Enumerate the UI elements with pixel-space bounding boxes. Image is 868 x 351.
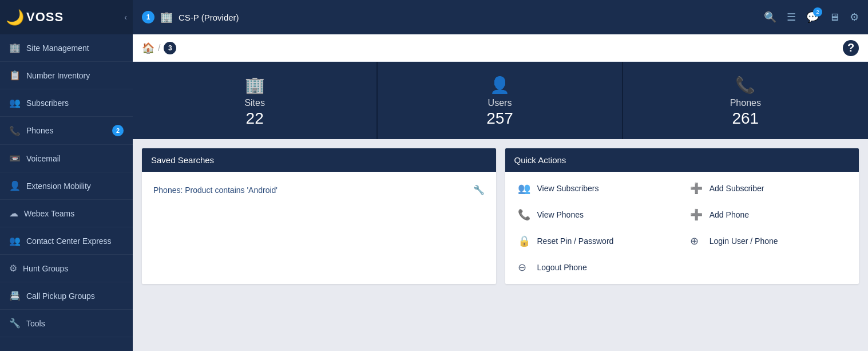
users-stat-icon: 👤 <box>490 76 510 94</box>
sidebar-item-contact-center-express[interactable]: 👥 Contact Center Express <box>0 227 133 255</box>
qa-add-subscriber[interactable]: ➕ Add Subscriber <box>687 176 850 200</box>
webex-teams-icon: ☁ <box>9 208 18 219</box>
login-user-phone-label: Login User / Phone <box>710 236 778 246</box>
sidebar-item-webex-teams[interactable]: ☁ Webex Teams <box>0 200 133 227</box>
logout-phone-label: Logout Phone <box>537 263 587 272</box>
qa-logout-phone[interactable]: ⊖ Logout Phone <box>514 255 677 279</box>
view-phones-label: View Phones <box>537 210 584 219</box>
add-subscriber-icon: ➕ <box>690 182 703 195</box>
subscribers-icon: 👥 <box>9 97 21 108</box>
contact-center-express-icon: 👥 <box>9 235 21 246</box>
phones-stat-label: Phones <box>730 98 761 108</box>
quick-actions-grid: 👥 View Subscribers ➕ Add Subscriber 📞 Vi… <box>505 172 859 284</box>
site-management-icon: 🏢 <box>9 42 21 53</box>
users-stat-label: Users <box>488 98 512 108</box>
hunt-groups-icon: ⚙ <box>9 263 17 274</box>
sidebar-item-voicemail[interactable]: 📼 Voicemail <box>0 145 133 172</box>
reset-pin-icon: 🔒 <box>518 235 530 247</box>
add-subscriber-label: Add Subscriber <box>710 184 764 193</box>
sidebar-label-voicemail: Voicemail <box>26 154 61 163</box>
topbar-step-badge: 1 <box>142 11 154 23</box>
stat-card-phones[interactable]: 📞 Phones 261 <box>623 62 868 139</box>
sidebar-label-tools: Tools <box>26 319 45 328</box>
qa-view-phones[interactable]: 📞 View Phones <box>514 203 677 227</box>
collapse-button[interactable]: ‹ <box>124 13 127 22</box>
sidebar-item-tools[interactable]: 🔧 Tools <box>0 310 133 337</box>
monitor-icon[interactable]: 🖥 <box>829 11 839 23</box>
phones-icon: 📞 <box>9 125 21 136</box>
sidebar-header: 🌙 VOSS ‹ <box>0 0 133 34</box>
sidebar: 🌙 VOSS ‹ 🏢 Site Management 📋 Number Inve… <box>0 0 133 351</box>
voicemail-icon: 📼 <box>9 153 21 164</box>
content-area: 🏠 / 3 ? 🏢 Sites 22 👤 Users 257 📞 Phones … <box>133 34 868 351</box>
logo-text: VOSS <box>26 10 64 25</box>
qa-login-user-phone[interactable]: ⊕ Login User / Phone <box>687 229 850 253</box>
sidebar-label-number-inventory: Number Inventory <box>26 71 90 80</box>
saved-searches-panel: Saved Searches Phones: Product contains … <box>142 148 496 284</box>
wrench-icon[interactable]: 🔧 <box>473 184 485 195</box>
quick-actions-panel: Quick Actions 👥 View Subscribers ➕ Add S… <box>505 148 859 284</box>
sidebar-label-extension-mobility: Extension Mobility <box>26 182 91 191</box>
sidebar-item-extension-mobility[interactable]: 👤 Extension Mobility <box>0 172 133 200</box>
logo: 🌙 VOSS <box>6 9 64 26</box>
topbar-actions: 🔍 ☰ 💬 2 🖥 ⚙ <box>764 11 859 23</box>
tools-icon: 🔧 <box>9 318 21 329</box>
qa-reset-pin[interactable]: 🔒 Reset Pin / Password <box>514 229 677 253</box>
lower-section: Saved Searches Phones: Product contains … <box>133 139 868 293</box>
add-phone-icon: ➕ <box>690 208 703 221</box>
saved-search-item-android[interactable]: Phones: Product contains 'Android' 🔧 <box>151 179 487 201</box>
sidebar-label-subscribers: Subscribers <box>26 98 69 108</box>
saved-searches-body: Phones: Product contains 'Android' 🔧 <box>142 172 496 208</box>
sidebar-label-site-management: Site Management <box>26 44 89 53</box>
quick-actions-header: Quick Actions <box>505 148 859 172</box>
breadcrumb-separator: / <box>158 43 160 53</box>
topbar: 1 🏢 CS-P (Provider) 🔍 ☰ 💬 2 🖥 ⚙ <box>133 0 868 34</box>
sidebar-item-subscribers[interactable]: 👥 Subscribers <box>0 89 133 117</box>
sidebar-label-call-pickup-groups: Call Pickup Groups <box>26 291 95 301</box>
view-subscribers-icon: 👥 <box>518 182 530 195</box>
main-content: 1 🏢 CS-P (Provider) 🔍 ☰ 💬 2 🖥 ⚙ 🏠 / 3 ? … <box>133 0 868 351</box>
settings-icon[interactable]: ⚙ <box>850 11 859 23</box>
breadcrumb-step3: 3 <box>164 42 176 54</box>
extension-mobility-icon: 👤 <box>9 180 21 191</box>
topbar-provider-label: CS-P (Provider) <box>179 13 239 22</box>
logout-phone-icon: ⊖ <box>518 261 530 274</box>
qa-view-subscribers[interactable]: 👥 View Subscribers <box>514 176 677 200</box>
sidebar-item-site-management[interactable]: 🏢 Site Management <box>0 34 133 62</box>
sidebar-label-phones: Phones <box>26 126 53 135</box>
notifications-icon[interactable]: 💬 2 <box>806 11 819 23</box>
sidebar-items: 🏢 Site Management 📋 Number Inventory 👥 S… <box>0 34 133 337</box>
call-pickup-groups-icon: 📇 <box>9 290 21 301</box>
sidebar-item-call-pickup-groups[interactable]: 📇 Call Pickup Groups <box>0 282 133 310</box>
home-icon[interactable]: 🏠 <box>142 42 154 54</box>
sidebar-label-webex-teams: Webex Teams <box>24 209 74 218</box>
list-icon[interactable]: ☰ <box>787 11 796 23</box>
breadcrumb: 🏠 / 3 ? <box>133 34 868 62</box>
sidebar-label-hunt-groups: Hunt Groups <box>23 264 68 273</box>
stats-row: 🏢 Sites 22 👤 Users 257 📞 Phones 261 <box>133 62 868 139</box>
phones-stat-value: 261 <box>732 109 759 128</box>
saved-searches-header: Saved Searches <box>142 148 496 172</box>
sites-stat-label: Sites <box>244 98 265 108</box>
sidebar-item-phones[interactable]: 📞 Phones 2 <box>0 117 133 145</box>
sidebar-label-contact-center-express: Contact Center Express <box>26 236 112 246</box>
view-subscribers-label: View Subscribers <box>537 184 599 193</box>
reset-pin-label: Reset Pin / Password <box>537 236 614 246</box>
phones-badge: 2 <box>112 125 124 136</box>
stat-card-users[interactable]: 👤 Users 257 <box>378 62 623 139</box>
search-icon[interactable]: 🔍 <box>764 11 776 23</box>
number-inventory-icon: 📋 <box>9 70 21 81</box>
stat-card-sites[interactable]: 🏢 Sites 22 <box>133 62 378 139</box>
login-user-phone-icon: ⊕ <box>690 235 703 247</box>
sidebar-item-number-inventory[interactable]: 📋 Number Inventory <box>0 62 133 89</box>
saved-search-label: Phones: Product contains 'Android' <box>153 186 278 195</box>
notifications-badge: 2 <box>813 7 822 17</box>
help-icon[interactable]: ? <box>843 40 859 56</box>
sidebar-item-hunt-groups[interactable]: ⚙ Hunt Groups <box>0 255 133 282</box>
users-stat-value: 257 <box>486 109 513 128</box>
moon-icon: 🌙 <box>6 9 24 26</box>
phones-stat-icon: 📞 <box>735 76 755 94</box>
qa-add-phone[interactable]: ➕ Add Phone <box>687 203 850 227</box>
view-phones-icon: 📞 <box>518 208 530 221</box>
add-phone-label: Add Phone <box>710 210 749 219</box>
